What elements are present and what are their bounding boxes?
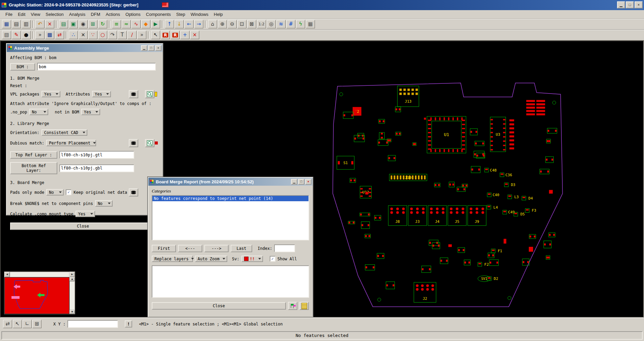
menu-actions[interactable]: Actions: [103, 11, 123, 18]
pcb-component-U3[interactable]: U3: [490, 117, 506, 152]
select-cursor-icon[interactable]: ↖: [151, 31, 160, 39]
replace-layers-select[interactable]: Replace layers: [152, 256, 193, 262]
pcb-component-D2[interactable]: D2: [487, 277, 498, 281]
zoom-view-button[interactable]: [145, 139, 154, 147]
no-pop-select[interactable]: No: [29, 109, 48, 115]
grid-table-icon[interactable]: ⊞: [32, 320, 41, 328]
select-ref-icon[interactable]: R: [161, 31, 170, 39]
maximize-button[interactable]: □: [148, 45, 154, 51]
print-icon[interactable]: ▤: [12, 20, 21, 28]
node-icon[interactable]: ○: [98, 31, 107, 39]
scroll-up-button[interactable]: ▲: [69, 277, 75, 281]
assembly-dialog-titlebar[interactable]: Assembly Merge ▁ □ ×: [7, 44, 163, 52]
menu-selection[interactable]: Selection: [43, 11, 66, 18]
pcb-component-U1[interactable]: U1: [424, 116, 466, 153]
first-button[interactable]: First: [152, 245, 176, 252]
close-icon[interactable]: ×: [155, 45, 162, 51]
home-icon[interactable]: ⌂: [208, 20, 217, 28]
pcb-component-J5[interactable]: J5: [448, 206, 466, 226]
scroll-left-button[interactable]: ◄: [4, 272, 10, 277]
grid-icon[interactable]: #: [286, 20, 295, 28]
pcb-component-D4[interactable]: D4: [522, 196, 533, 201]
report-close-button[interactable]: Close: [152, 302, 286, 310]
close-icon[interactable]: ×: [305, 179, 312, 185]
left-arrow-icon[interactable]: ←: [184, 20, 194, 28]
component-tool-button[interactable]: [129, 90, 138, 98]
points-icon[interactable]: ∵: [88, 31, 97, 39]
pcb-component-J8[interactable]: J8: [388, 206, 407, 226]
menu-options[interactable]: Options: [123, 11, 143, 18]
component-tool-button[interactable]: [129, 188, 138, 196]
top-ref-layer-input[interactable]: [59, 151, 134, 159]
zoom-window-icon[interactable]: ⊡: [237, 20, 246, 28]
signal-icon[interactable]: ≋: [276, 20, 286, 28]
flags-button[interactable]: [288, 302, 297, 310]
dubious-match-select[interactable]: Perform Placement: [46, 140, 96, 146]
pcb-component-D5[interactable]: D5: [514, 212, 525, 217]
next-button[interactable]: --->: [204, 245, 229, 252]
scroll-down-button[interactable]: ▼: [69, 310, 75, 314]
bom-input[interactable]: [37, 63, 156, 71]
table-icon[interactable]: ⊞: [88, 20, 97, 28]
up-arrow-icon[interactable]: ↑: [165, 20, 174, 28]
close-button[interactable]: ×: [635, 1, 643, 8]
down-arrow-icon[interactable]: ↓: [175, 20, 184, 28]
clipboard-icon[interactable]: ▧: [2, 31, 11, 39]
netlist-icon[interactable]: ≈: [122, 20, 131, 28]
pen-icon[interactable]: ✎: [12, 31, 21, 39]
swap-icon[interactable]: ⇄: [55, 31, 64, 39]
index-input[interactable]: [274, 244, 295, 252]
categories-list[interactable]: No features correspond to toeprint net p…: [152, 195, 309, 240]
pcb-canvas[interactable]: J13U1U3U12U2S1J10J8J3J4J5J9J2SV1F2F1D2C4…: [0, 41, 644, 318]
undo-icon[interactable]: ↶: [35, 20, 45, 28]
scatter-icon[interactable]: ∴: [69, 31, 78, 39]
pcb-component-S1[interactable]: S1: [337, 156, 354, 170]
pcb-component-J13[interactable]: J13: [398, 86, 419, 107]
hscroll-track[interactable]: [10, 272, 69, 277]
bottom-ref-layer-button[interactable]: Bottom Ref Layer:: [10, 162, 57, 174]
arc-icon[interactable]: ↷: [108, 31, 117, 39]
component-tool-button[interactable]: [129, 139, 138, 147]
pcb-component-C40[interactable]: C40: [487, 193, 499, 197]
snapshot-icon[interactable]: ▣: [69, 20, 78, 28]
overflow-icon[interactable]: »: [35, 31, 45, 39]
slash-icon[interactable]: ∕: [127, 31, 137, 39]
category-row[interactable]: No features correspond to toeprint net p…: [152, 196, 309, 201]
auto-zoom-select[interactable]: Auto Zoom: [195, 256, 227, 262]
report-detail-box[interactable]: [152, 265, 309, 298]
pcb-component-D3[interactable]: D3: [504, 183, 516, 187]
highlight-icon[interactable]: ◆: [141, 20, 150, 28]
show-all-checkbox[interactable]: ✓: [270, 256, 275, 262]
xy-input[interactable]: [67, 320, 118, 328]
find-icon[interactable]: ◉: [79, 20, 88, 28]
pcb-component-L4[interactable]: L4: [487, 205, 498, 210]
zoom-in-icon[interactable]: ⊕: [218, 20, 227, 28]
right-arrow-icon[interactable]: →: [194, 20, 203, 28]
more-icon[interactable]: »: [137, 31, 146, 39]
pcb-component-U2[interactable]: U2: [353, 107, 361, 116]
top-ref-layer-button[interactable]: Top Ref Layer :: [10, 151, 57, 159]
pcb-component-F1[interactable]: F1: [491, 249, 502, 254]
flag-icon[interactable]: ▶: [151, 20, 160, 28]
minimize-button[interactable]: ▁: [291, 179, 297, 185]
refresh-icon[interactable]: ↻: [98, 20, 107, 28]
scroll-right-button[interactable]: ►: [69, 272, 75, 277]
maximize-button[interactable]: □: [626, 1, 634, 8]
zoom-out-icon[interactable]: ⊖: [228, 20, 237, 28]
menu-dfm[interactable]: DFM: [88, 11, 103, 18]
pcb-component-C49[interactable]: C49: [503, 210, 515, 215]
menu-step[interactable]: Step: [174, 11, 188, 18]
menu-windows[interactable]: Windows: [188, 11, 211, 18]
pcb-component-J2[interactable]: J2: [414, 283, 436, 303]
menu-file[interactable]: File: [3, 11, 15, 18]
pcb-component-F2[interactable]: F2: [478, 262, 489, 267]
bom-button[interactable]: BOM :: [10, 63, 35, 71]
not-in-bom-select[interactable]: Yes: [81, 109, 100, 115]
menu-edit[interactable]: Edit: [15, 11, 28, 18]
dot-icon[interactable]: ●: [22, 31, 31, 39]
pcb-component-J10[interactable]: J10: [389, 174, 427, 181]
orientation-select[interactable]: Consistent CAD: [41, 129, 87, 136]
zoom-fit-icon[interactable]: ⊠: [247, 20, 256, 28]
overview-thumbnail[interactable]: [4, 277, 69, 314]
menu-help[interactable]: Help: [211, 11, 226, 18]
